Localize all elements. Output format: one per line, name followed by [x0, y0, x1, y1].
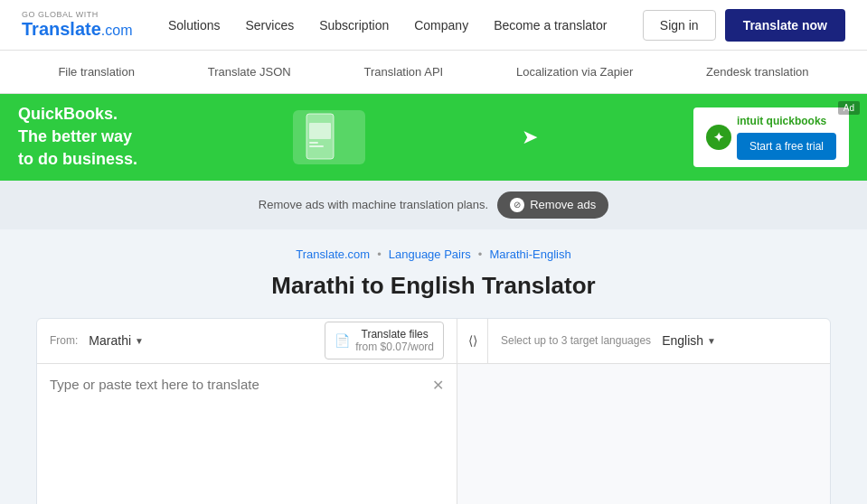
- qb-icon: ✦: [706, 125, 731, 150]
- free-trial-button[interactable]: Start a free trial: [737, 133, 836, 160]
- remove-ads-button-label: Remove ads: [530, 198, 596, 211]
- logo-name: Translate.com: [22, 19, 133, 39]
- from-language-select[interactable]: Marathi ▼: [89, 333, 144, 348]
- ad-quickbooks-section: ✦ intuit quickbooks Start a free trial: [693, 107, 849, 167]
- nav-services[interactable]: Services: [245, 18, 294, 33]
- breadcrumb: Translate.com • Language Pairs • Marathi…: [36, 247, 831, 261]
- translator-box: From: Marathi ▼ 📄 Translate files from $…: [36, 318, 831, 504]
- ad-phone-graphic: [293, 110, 365, 164]
- remove-ads-text: Remove ads with machine translation plan…: [259, 198, 488, 211]
- subnav-localization-zapier[interactable]: Localization via Zapier: [516, 65, 633, 79]
- breadcrumb-current[interactable]: Marathi-English: [489, 247, 570, 261]
- subnav-translate-json[interactable]: Translate JSON: [208, 65, 291, 79]
- to-language-select[interactable]: English ▼: [662, 333, 716, 348]
- subnav: File translation Translate JSON Translat…: [0, 51, 867, 94]
- nav-become-translator[interactable]: Become a translator: [494, 18, 607, 33]
- main-content: Translate.com • Language Pairs • Marathi…: [0, 229, 867, 504]
- main-nav: Solutions Services Subscription Company …: [168, 18, 608, 33]
- translate-files-text: Translate files from $0.07/word: [355, 328, 434, 354]
- from-chevron-icon: ▼: [135, 336, 144, 346]
- nav-solutions[interactable]: Solutions: [168, 18, 221, 33]
- ad-arrow-icon: ➤: [522, 126, 538, 149]
- translate-now-button[interactable]: Translate now: [725, 9, 845, 42]
- translation-input[interactable]: [50, 377, 444, 504]
- logo: GO GLOBAL WITH Translate.com: [22, 11, 133, 40]
- from-label: From:: [50, 334, 78, 347]
- svg-rect-1: [309, 123, 331, 139]
- translate-files-button[interactable]: 📄 Translate files from $0.07/word: [325, 322, 444, 360]
- nav-company[interactable]: Company: [414, 18, 468, 33]
- svg-rect-2: [309, 142, 318, 144]
- subnav-file-translation[interactable]: File translation: [58, 65, 135, 79]
- output-area: [457, 364, 830, 504]
- header: GO GLOBAL WITH Translate.com Solutions S…: [0, 0, 867, 51]
- ad-text: QuickBooks. The better way to do busines…: [18, 103, 137, 172]
- ad-line2: The better way: [18, 126, 137, 148]
- ad-line1: QuickBooks.: [18, 103, 137, 126]
- svg-rect-3: [309, 145, 324, 147]
- remove-ads-button[interactable]: ⊘ Remove ads: [497, 191, 608, 219]
- swap-icon: ⟨⟩: [468, 333, 477, 348]
- input-area: ✕: [37, 364, 457, 504]
- remove-ads-bar: Remove ads with machine translation plan…: [0, 181, 867, 229]
- logo-name-part1: Translate: [22, 19, 101, 39]
- breadcrumb-lang-pairs[interactable]: Language Pairs: [389, 247, 471, 261]
- subnav-zendesk[interactable]: Zendesk translation: [706, 65, 808, 79]
- swap-languages-button[interactable]: ⟨⟩: [457, 318, 488, 363]
- nav-subscription[interactable]: Subscription: [319, 18, 389, 33]
- to-label: Select up to 3 target languages: [501, 334, 651, 347]
- subnav-translation-api[interactable]: Translation API: [364, 65, 444, 79]
- clear-input-button[interactable]: ✕: [432, 377, 444, 394]
- file-icon: 📄: [335, 333, 350, 349]
- logo-tagline: GO GLOBAL WITH: [22, 11, 133, 20]
- qb-text: intuit quickbooks: [737, 115, 836, 127]
- translator-body: ✕: [37, 364, 830, 504]
- ad-badge[interactable]: Ad: [838, 101, 860, 115]
- ad-banner: QuickBooks. The better way to do busines…: [0, 94, 867, 181]
- breadcrumb-sep2: •: [478, 247, 483, 261]
- to-chevron-icon: ▼: [707, 336, 716, 346]
- from-section: From: Marathi ▼ 📄 Translate files from $…: [37, 319, 457, 363]
- signin-button[interactable]: Sign in: [643, 10, 716, 41]
- remove-ads-icon: ⊘: [510, 198, 524, 212]
- quickbooks-logo: ✦ intuit quickbooks Start a free trial: [693, 107, 849, 167]
- breadcrumb-sep1: •: [377, 247, 382, 261]
- page-title: Marathi to English Translator: [36, 272, 831, 300]
- logo-name-part2: .com: [101, 23, 133, 38]
- breadcrumb-home[interactable]: Translate.com: [296, 247, 370, 261]
- ad-line3: to do business.: [18, 148, 137, 171]
- header-buttons: Sign in Translate now: [643, 9, 845, 42]
- translator-top-bar: From: Marathi ▼ 📄 Translate files from $…: [37, 319, 830, 364]
- to-language-value: English: [662, 333, 703, 348]
- from-language-value: Marathi: [89, 333, 131, 348]
- to-section: Select up to 3 target languages English …: [488, 319, 830, 363]
